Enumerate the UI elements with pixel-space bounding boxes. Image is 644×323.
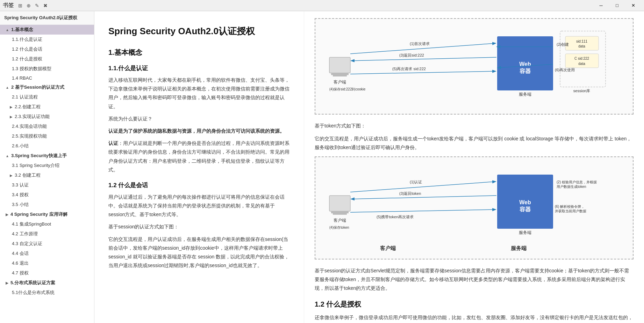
sidebar-item-s2-5[interactable]: 2.5.实现授权功能 (0, 131, 94, 141)
token-intro-text: 基于token方式如下图： (315, 122, 634, 130)
para-1-1-3: 认证是为了保护系统的隐私数据与资源，用户的身份合法方可访问该系统的资源。 (108, 127, 290, 135)
sidebar-item-s2[interactable]: ▲2 基于Session的认证方式 (0, 82, 94, 92)
svg-line-42 (350, 210, 495, 212)
svg-rect-29 (333, 213, 347, 215)
sidebar-item-s1-2a[interactable]: 1.2 什么是会话 (0, 44, 94, 54)
sidebar-item-s2-3[interactable]: ▶2.3.实现认证功能 (0, 112, 94, 122)
svg-text:并获取当前用户数据: 并获取当前用户数据 (555, 209, 586, 213)
bookmark-add-icon[interactable]: ⊕ (25, 2, 32, 9)
section-1-2b-title: 1.2 什么是授权 (315, 300, 634, 309)
sidebar-item-s2-2[interactable]: ▶2.2.创建工程 (0, 102, 94, 112)
close-button[interactable]: ✕ (625, 0, 641, 11)
sidebar-item-label-s3: 3.Spring Security快速上手 (11, 153, 67, 159)
sidebar-item-label-s3-5: 3.5 小结 (12, 201, 29, 208)
sidebar-item-s4-3[interactable]: 4.3 自定义认证 (0, 239, 94, 249)
svg-rect-9 (565, 36, 599, 50)
section-1-2a-title: 1.2 什么是会话 (108, 181, 290, 189)
para-1-2a-3: 它的交互流程是，用户认证成功后，在服务端生成用户相关的数据保存在session(… (108, 235, 290, 270)
title-bar-title: 书签 (3, 2, 14, 9)
sidebar-item-label-s1-2a: 1.2 什么是会话 (12, 46, 42, 52)
main-layout: Spring Security OAuth2.0认证授权 ▲1.基本概念 1.1… (0, 11, 644, 323)
tree-arrow-s3-2: ▶ (10, 174, 13, 177)
maximize-button[interactable]: □ (609, 0, 625, 11)
sidebar-item-label-s4: 4 Spring Security 应用详解 (10, 211, 67, 218)
sidebar-item-label-s2-2: 2.2.创建工程 (15, 104, 41, 110)
para-1-1-4: 认证：用户认证就是判断一个用户的身份是否合法的过程，用户去访问系统资源时系统要求… (108, 139, 290, 174)
title-bar-left: 书签 ⊞ ⊕ ✎ ✖ (3, 2, 49, 9)
sidebar-item-s1-1[interactable]: 1.1.什么是认证 (0, 35, 94, 44)
sidebar-item-s5[interactable]: ▶5.分布式系统认证方案 (0, 278, 94, 288)
sidebar-item-s1-4[interactable]: 1.4 RBAC (0, 74, 94, 82)
sidebar-item-s4-7[interactable]: 4.7 授权 (0, 268, 94, 278)
sidebar-item-s3-4[interactable]: 3.4 授权 (0, 190, 94, 200)
doc-main-title: Spring Security OAuth2.0认证授权 (108, 25, 290, 37)
svg-text:(6) 解析校验令牌，: (6) 解析校验令牌， (555, 205, 585, 208)
sidebar-item-label-s2-4: 2.4.实现会话功能 (12, 123, 47, 130)
svg-text:C sid:222: C sid:222 (574, 57, 589, 60)
svg-line-20 (351, 57, 496, 61)
token-desc-text: 它的交互流程是，用户认证成功后，服务端生成一个token发给客户端，客户端可以放… (315, 134, 634, 152)
sidebar-item-s2-4[interactable]: 2.4.实现会话功能 (0, 122, 94, 131)
svg-text:(6)再次使用: (6)再次使用 (555, 68, 575, 72)
sidebar-item-s4-4[interactable]: 4.4 会话 (0, 249, 94, 258)
sidebar-item-s3-2[interactable]: ▶3.2 创建工程 (0, 170, 94, 180)
sidebar-item-s5-1[interactable]: 5.1什么是分布式系统 (0, 288, 94, 298)
sidebar-item-label-s3-3: 3.3 认证 (12, 182, 29, 188)
doc-panel: Spring Security OAuth2.0认证授权 1.基本概念 1.1.… (94, 11, 304, 323)
svg-text:Web: Web (519, 199, 531, 205)
svg-text:(1)首次请求: (1)首次请求 (410, 42, 430, 46)
sidebar-item-label-s5: 5.分布式系统认证方案 (10, 280, 55, 286)
svg-text:客户端: 客户端 (334, 218, 346, 223)
sidebar-item-label-s4-4: 4.4 会话 (12, 250, 29, 257)
tree-arrow-s3: ▲ (6, 154, 9, 158)
para-1-2a-1: 用户认证通过后，为了避免用户的每次操作都进行认证可将用户的信息保证在会话中。会话… (108, 193, 290, 219)
svg-text:(5)携带token再次请求: (5)携带token再次请求 (377, 215, 414, 219)
sidebar-item-label-s5-1: 5.1什么是分布式系统 (12, 289, 55, 296)
svg-text:data: data (578, 62, 585, 66)
sidebar-item-s1-3[interactable]: 1.3 授权的数据模型 (0, 64, 94, 74)
para-1-1-2: 系统为什么要认证？ (108, 115, 290, 123)
sidebar-item-s3-3[interactable]: 3.3 认证 (0, 180, 94, 190)
svg-text:容器: 容器 (520, 206, 531, 212)
svg-rect-12 (565, 54, 599, 68)
svg-line-23 (350, 71, 495, 74)
svg-text:客户端: 客户端 (334, 80, 346, 85)
sidebar-item-s4-6[interactable]: 4.6 退出 (0, 258, 94, 268)
tree-arrow-s5: ▶ (6, 281, 8, 285)
sidebar-item-s3-5[interactable]: 3.5 小结 (0, 200, 94, 210)
bookmark-list-icon[interactable]: ⊞ (17, 2, 24, 9)
sidebar-item-label-s4-3: 4.3 自定义认证 (12, 241, 42, 247)
sidebar-item-label-s2-1: 2.1 认证流程 (12, 94, 38, 100)
sidebar-item-label-s2-5: 2.5.实现授权功能 (12, 133, 47, 139)
sidebar-item-s3-1[interactable]: 3.1 Spring Security介绍 (0, 161, 94, 170)
title-bar-controls: ─ □ ✕ (593, 0, 641, 11)
bookmark-edit-icon[interactable]: ✎ (34, 2, 41, 9)
sidebar-item-s4-2[interactable]: 4.2 工作原理 (0, 229, 94, 239)
auth-text: 还拿微信来举例子，微信登录成功后用户即可使用微信的功能，比如，发红包、发朋友圈、… (315, 313, 634, 323)
sidebar-item-s4-1[interactable]: 4.1 集成SpringBoot (0, 219, 94, 229)
token-client-label: 客户端 (380, 245, 396, 252)
tree-arrow-s2-2: ▶ (10, 105, 13, 109)
title-bar-icons: ⊞ ⊕ ✎ ✖ (17, 2, 49, 9)
svg-line-35 (350, 182, 495, 192)
tree-arrow-s2-3: ▶ (10, 115, 13, 119)
svg-text:服务端: 服务端 (519, 230, 531, 235)
minimize-button[interactable]: ─ (593, 0, 609, 11)
svg-rect-28 (331, 211, 349, 213)
sidebar-item-s1[interactable]: ▲1.基本概念 (0, 25, 94, 35)
svg-text:(1)认证: (1)认证 (410, 180, 422, 184)
sidebar-item-label-s2-6: 2.6.小结 (12, 143, 29, 149)
sidebar-item-s2-6[interactable]: 2.6.小结 (0, 141, 94, 151)
svg-text:(4)保存token: (4)保存token (329, 226, 349, 229)
sidebar-item-s4[interactable]: ▶4 Spring Security 应用详解 (0, 210, 94, 219)
sidebar-item-s1-2b[interactable]: 1.2 什么是授权 (0, 54, 94, 64)
sidebar-item-s3[interactable]: ▲3.Spring Security快速上手 (0, 151, 94, 161)
svg-text:(3)返回token: (3)返回token (399, 191, 421, 196)
svg-text:data: data (578, 44, 585, 48)
bookmark-delete-icon[interactable]: ✖ (42, 2, 49, 9)
sidebar-item-s2-1[interactable]: 2.1 认证流程 (0, 92, 94, 102)
sidebar-item-label-s3-4: 3.4 授权 (12, 192, 29, 198)
sidebar-item-label-s3-2: 3.2 创建工程 (15, 172, 41, 178)
sidebar-item-label-s4-1: 4.1 集成SpringBoot (12, 221, 51, 227)
svg-text:(5)再次请求 sid:222: (5)再次请求 sid:222 (392, 67, 426, 71)
